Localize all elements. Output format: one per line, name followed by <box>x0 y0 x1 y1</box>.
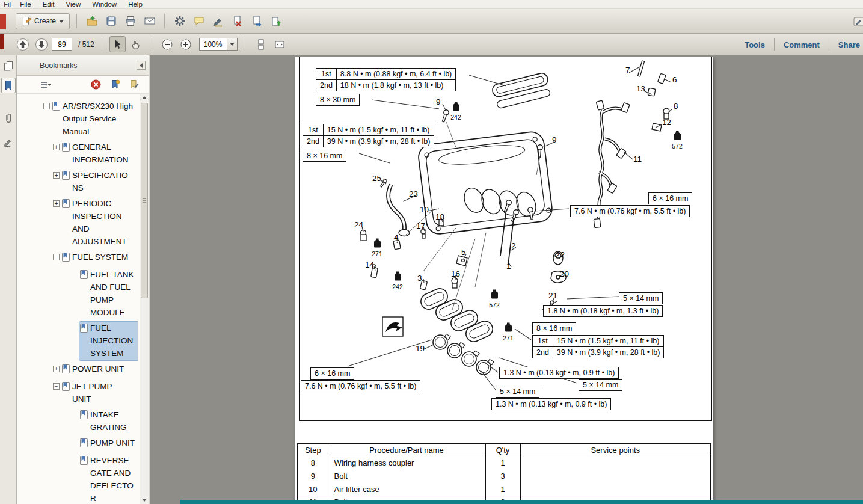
arrow-down-icon <box>35 38 48 51</box>
menu-view[interactable]: View <box>66 1 81 8</box>
part-number-callout: 12 <box>662 118 671 127</box>
share-link[interactable]: Share <box>829 40 863 49</box>
bookmark-item[interactable]: −AR/SR/SX230 High Output Service Manual <box>17 100 138 138</box>
bookmark-highlight-button[interactable] <box>128 79 140 91</box>
bookmark-item[interactable]: REVERSE GATE AND DEFLECTOR <box>17 454 138 504</box>
bookmark-item[interactable]: FUEL INJECTION SYSTEM <box>17 322 138 360</box>
save-floppy-icon <box>105 15 117 27</box>
bookmarks-panel: Bookmarks <box>17 55 149 504</box>
menu-edit[interactable]: Edit <box>43 1 55 8</box>
toolbar-separator <box>152 38 152 51</box>
scroll-up-arrow[interactable] <box>140 94 149 102</box>
bookmark-page-icon <box>62 171 70 180</box>
bookmark-page-icon <box>62 199 70 208</box>
bookmark-item[interactable]: PUMP UNIT <box>17 437 138 452</box>
clipped-toolbar-button[interactable] <box>851 13 863 29</box>
bookmark-page-icon <box>80 410 88 419</box>
expand-plus-icon[interactable]: + <box>53 144 60 150</box>
bookmark-row-body: FUEL INJECTION SYSTEM <box>79 322 138 360</box>
delete-pages-button[interactable] <box>229 13 245 29</box>
zoom-dropdown-button[interactable] <box>227 38 237 50</box>
bookmark-icon <box>80 270 88 283</box>
bookmark-label: PERIODIC INSPECTION AND ADJUSTMENT <box>72 197 131 248</box>
collapse-panel-button[interactable] <box>137 61 146 70</box>
delete-bookmark-button[interactable] <box>90 79 102 91</box>
cell-qty: 1 <box>485 482 520 496</box>
attachments-tab[interactable] <box>1 110 16 126</box>
bookmark-page-icon <box>80 456 88 465</box>
scroll-down-arrow[interactable] <box>140 496 149 504</box>
scrollbar-thumb[interactable] <box>141 103 148 298</box>
toolbar-separator <box>102 38 102 51</box>
save-button[interactable] <box>103 13 119 29</box>
menu-window[interactable]: Window <box>92 1 117 8</box>
part-number-callout: 18 <box>435 212 444 221</box>
part-number-callout: 4 <box>394 233 399 242</box>
comment-button[interactable] <box>191 13 207 29</box>
extract-pages-button[interactable] <box>248 13 265 29</box>
expand-plus-icon[interactable]: + <box>53 366 60 372</box>
menu-bar: Fil FileEditViewWindowHelp <box>0 0 863 9</box>
collapse-minus-icon[interactable]: − <box>53 383 60 390</box>
continuous-pages-icon <box>255 38 267 51</box>
clipped-pen-icon <box>853 15 863 28</box>
bookmark-item[interactable]: −JET PUMP UNIT <box>17 380 138 406</box>
email-button[interactable] <box>141 13 158 29</box>
bookmark-row-body: PERIODIC INSPECTION AND ADJUSTMENT <box>61 197 132 248</box>
part-number-callout: 21 <box>548 291 557 300</box>
comment-link[interactable]: Comment <box>775 40 829 49</box>
bookmark-item[interactable]: −FUEL SYSTEM <box>17 251 138 266</box>
open-button[interactable] <box>84 13 100 29</box>
create-doc-icon <box>22 16 31 26</box>
print-button[interactable] <box>122 13 138 29</box>
next-page-button[interactable] <box>33 36 49 52</box>
bookmark-label: INTAKE GRATING <box>90 408 138 434</box>
part-number-callout: 17 <box>416 221 425 230</box>
bookmark-item[interactable]: FUEL TANK AND FUEL PUMP MODULE <box>17 268 138 319</box>
sign-button[interactable] <box>210 13 226 29</box>
zoom-in-button[interactable] <box>178 36 194 52</box>
expand-plus-icon[interactable]: + <box>53 172 60 179</box>
scrolling-mode-button[interactable] <box>253 36 269 52</box>
collapse-minus-icon[interactable]: − <box>43 103 50 109</box>
menu-help[interactable]: Help <box>128 1 143 8</box>
new-bookmark-button[interactable] <box>109 79 121 91</box>
bookmark-options-button[interactable] <box>40 79 52 91</box>
bookmark-item[interactable]: +GENERAL INFORMATION <box>17 141 138 167</box>
fit-width-button[interactable] <box>271 36 287 52</box>
upload-share-button[interactable] <box>268 13 284 29</box>
previous-page-button[interactable] <box>14 36 31 52</box>
bookmark-label: SPECIFICATIONS <box>72 169 131 194</box>
create-button[interactable]: Create <box>16 13 70 29</box>
settings-button[interactable] <box>171 13 188 29</box>
collapse-minus-icon[interactable]: − <box>53 254 60 260</box>
bookmark-item[interactable]: +PERIODIC INSPECTION AND ADJUSTMENT <box>17 197 138 248</box>
torque-value: 39 N • m (3.9 kgf • m, 28 ft • lb) <box>553 346 664 358</box>
page-thumbnails-tab[interactable] <box>1 58 16 74</box>
spec-box: 7.6 N • m (0.76 kgf • m, 5.5 ft • lb) <box>301 380 420 392</box>
bookmarks-tab[interactable] <box>1 78 16 93</box>
create-button-label: Create <box>34 17 56 25</box>
part-number-callout: 20 <box>560 269 569 278</box>
signatures-tab[interactable] <box>1 134 16 150</box>
tools-link[interactable]: Tools <box>736 40 774 49</box>
bookmark-label: JET PUMP UNIT <box>72 380 131 405</box>
select-tool-button[interactable] <box>109 36 126 52</box>
bookmark-row-body: PUMP UNIT <box>79 437 138 452</box>
cursor-icon <box>111 38 123 51</box>
parts-list-table: StepProcedure/Part nameQ'tyService point… <box>297 443 711 502</box>
page-upload-icon <box>270 15 282 27</box>
bookmark-item[interactable]: +POWER UNIT <box>17 363 138 378</box>
expand-plus-icon[interactable]: + <box>53 200 60 207</box>
hand-tool-button[interactable] <box>128 36 144 52</box>
zoom-out-button[interactable] <box>159 36 176 52</box>
document-view-area[interactable]: 1st8.8 N • m (0.88 kgf • m, 6.4 ft • lb)… <box>150 55 863 504</box>
menu-file[interactable]: File <box>20 1 31 8</box>
bookmark-item[interactable]: INTAKE GRATING <box>17 408 138 434</box>
bookmarks-scrollbar[interactable] <box>140 94 149 504</box>
page-number-input[interactable] <box>52 38 72 51</box>
loctite-code: 572 <box>487 302 502 309</box>
zoom-level-dropdown[interactable]: 100% <box>199 38 238 51</box>
bookmark-row-body: JET PUMP UNIT <box>61 380 132 406</box>
bookmark-item[interactable]: +SPECIFICATIONS <box>17 169 138 195</box>
